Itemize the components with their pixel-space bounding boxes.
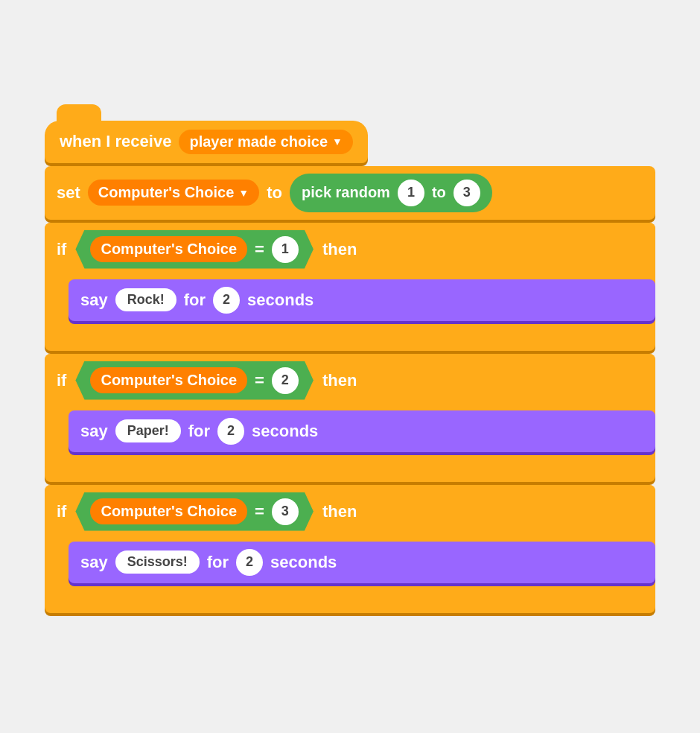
set-to-label: to: [267, 183, 282, 203]
hat-dropdown-arrow: ▼: [332, 136, 343, 147]
pick-random-from[interactable]: 1: [398, 180, 424, 206]
if-body-3: say Scissors! for 2 seconds: [69, 542, 655, 583]
say-for-label-2: for: [188, 422, 210, 441]
if-condition-1: Computer's Choice = 1: [75, 230, 313, 269]
if-then-label-2: then: [322, 371, 357, 390]
if-header-2: if Computer's Choice = 2 then: [45, 354, 655, 407]
if-eq-3: =: [255, 502, 264, 521]
pick-random-label: pick random: [302, 184, 390, 201]
say-seconds-label-2: seconds: [252, 422, 318, 441]
hat-dropdown-label: player made choice: [189, 133, 328, 150]
if-body-1: say Rock! for 2 seconds: [69, 279, 655, 321]
if-frame-outer-2: if Computer's Choice = 2 then say: [45, 354, 655, 482]
say-value-3[interactable]: Scissors!: [115, 550, 200, 574]
set-block: set Computer's Choice ▼ to pick random 1…: [45, 166, 655, 220]
if-header-3: if Computer's Choice = 3 then: [45, 485, 655, 539]
if-header-1: if Computer's Choice = 1 then: [45, 223, 655, 276]
if-value-1[interactable]: 1: [272, 236, 299, 263]
if-frame-outer-1: if Computer's Choice = 1 then say: [45, 223, 655, 351]
say-for-label-3: for: [207, 553, 229, 572]
if-frame-3: if Computer's Choice = 3 then say: [45, 486, 655, 613]
if-label-1: if: [57, 240, 66, 259]
if-value-2[interactable]: 2: [272, 367, 299, 394]
set-variable-dropdown[interactable]: Computer's Choice ▼: [88, 180, 259, 206]
if-var-3[interactable]: Computer's Choice: [90, 498, 247, 524]
if-value-3[interactable]: 3: [272, 498, 299, 525]
pick-random-block: pick random 1 to 3: [290, 174, 492, 212]
if-eq-2: =: [255, 371, 264, 390]
say-block-1: say Rock! for 2 seconds: [69, 279, 655, 321]
hat-label: when I receive: [60, 132, 171, 151]
if-footer-3: [45, 586, 655, 601]
set-variable-label: Computer's Choice: [98, 184, 235, 201]
say-block-3: say Scissors! for 2 seconds: [69, 542, 655, 583]
say-label-1: say: [80, 291, 108, 310]
scratch-container: when I receive player made choice ▼ set …: [30, 106, 670, 628]
if-footer-1: [45, 324, 655, 339]
if-then-label-1: then: [322, 240, 357, 259]
if-then-label-3: then: [322, 502, 357, 521]
if-var-label-1: Computer's Choice: [101, 241, 237, 258]
say-duration-3[interactable]: 2: [236, 549, 263, 576]
if-var-label-2: Computer's Choice: [101, 372, 237, 389]
say-seconds-label-3: seconds: [270, 553, 337, 572]
set-label: set: [57, 183, 80, 203]
if-condition-2: Computer's Choice = 2: [75, 361, 313, 400]
say-duration-1[interactable]: 2: [213, 287, 240, 314]
say-label-2: say: [80, 422, 108, 441]
say-value-1[interactable]: Rock!: [115, 288, 176, 311]
if-frame-2: if Computer's Choice = 2 then say: [45, 355, 655, 482]
if-frame-outer-3: if Computer's Choice = 3 then say: [45, 485, 655, 613]
set-variable-arrow: ▼: [238, 187, 249, 199]
if-var-label-3: Computer's Choice: [101, 503, 237, 520]
if-condition-3: Computer's Choice = 3: [75, 492, 313, 531]
if-eq-1: =: [255, 240, 264, 259]
pick-random-to-label: to: [432, 184, 446, 201]
say-for-label-1: for: [184, 291, 206, 310]
if-label-2: if: [57, 371, 66, 390]
main-stack: when I receive player made choice ▼ set …: [45, 121, 655, 613]
if-body-2: say Paper! for 2 seconds: [69, 410, 655, 452]
pick-random-to[interactable]: 3: [454, 180, 480, 206]
if-var-2[interactable]: Computer's Choice: [90, 367, 247, 393]
say-seconds-label-1: seconds: [247, 291, 314, 310]
say-duration-2[interactable]: 2: [217, 418, 244, 445]
if-footer-2: [45, 455, 655, 470]
if-frame-1: if Computer's Choice = 1 then say: [45, 224, 655, 351]
say-block-2: say Paper! for 2 seconds: [69, 410, 655, 452]
hat-dropdown[interactable]: player made choice ▼: [179, 130, 353, 154]
hat-block: when I receive player made choice ▼: [45, 121, 368, 163]
say-value-2[interactable]: Paper!: [115, 419, 181, 442]
if-var-1[interactable]: Computer's Choice: [90, 236, 247, 262]
set-block-wrapper: set Computer's Choice ▼ to pick random 1…: [45, 166, 655, 220]
say-label-3: say: [80, 553, 108, 572]
if-label-3: if: [57, 502, 66, 521]
